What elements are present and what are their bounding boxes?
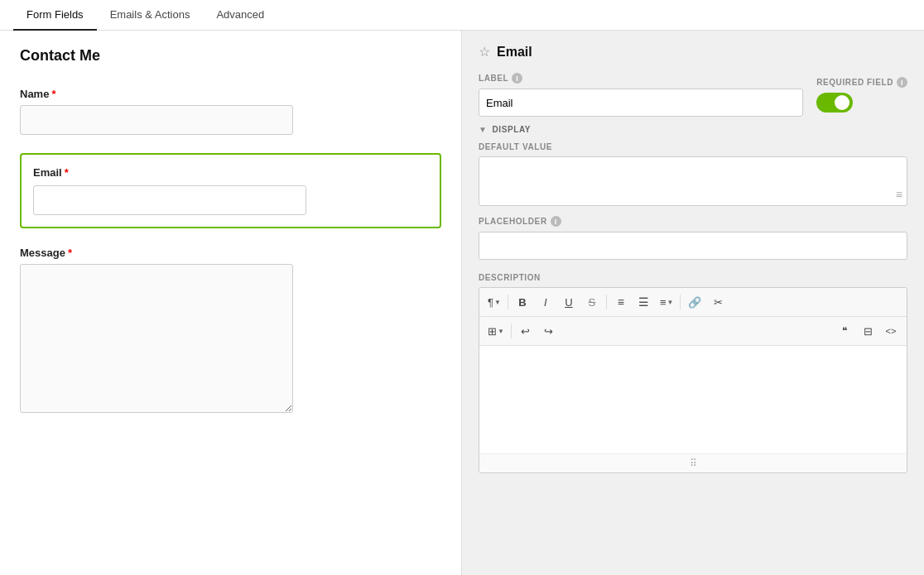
tab-advanced[interactable]: Advanced: [203, 0, 277, 31]
align-icon: ≡: [660, 296, 667, 309]
email-label: Email *: [33, 166, 428, 179]
name-field-group: Name *: [20, 88, 441, 135]
divider3: [680, 295, 681, 309]
ordered-list-icon: ≡: [618, 295, 624, 309]
redo-icon: ↪: [544, 325, 553, 338]
description-label: DESCRIPTION: [479, 273, 907, 282]
default-value-input[interactable]: [479, 156, 907, 206]
message-textarea[interactable]: [20, 264, 293, 413]
display-section-header[interactable]: ▼ DISPLAY: [479, 125, 907, 134]
placeholder-input[interactable]: [479, 232, 907, 260]
link-icon: 🔗: [688, 296, 701, 309]
placeholder-label: PLACEHOLDER i: [479, 216, 907, 227]
label-required-row: LABEL i REQUIRED FIELD i: [479, 73, 907, 117]
required-toggle[interactable]: [816, 93, 853, 113]
divider1: [508, 295, 508, 309]
star-icon: ☆: [479, 44, 490, 60]
paragraph-arrow-icon: ▼: [494, 299, 501, 306]
bold-btn[interactable]: B: [512, 292, 533, 312]
code-btn[interactable]: <>: [880, 321, 902, 341]
quote-btn[interactable]: ❝: [834, 321, 855, 341]
required-col: REQUIRED FIELD i: [816, 77, 907, 113]
redo-btn[interactable]: ↪: [538, 321, 560, 341]
underline-btn[interactable]: U: [558, 292, 580, 312]
label-input[interactable]: [479, 89, 803, 117]
editor-bottom-bar: ⠿: [479, 453, 907, 472]
email-input[interactable]: [33, 185, 306, 215]
message-label: Message *: [20, 247, 441, 259]
paragraph-icon: ¶: [488, 296, 493, 309]
required-field-label: REQUIRED FIELD i: [816, 77, 907, 88]
divider4: [511, 323, 512, 338]
tab-bar: Form Fields Emails & Actions Advanced: [0, 0, 924, 31]
italic-btn[interactable]: I: [535, 292, 556, 312]
undo-btn[interactable]: ↩: [515, 321, 537, 341]
code-icon: <>: [886, 326, 897, 336]
email-field-group: Email *: [20, 153, 441, 228]
strikethrough-btn[interactable]: S: [581, 292, 603, 312]
divider2: [606, 295, 607, 309]
unordered-list-btn[interactable]: ☰: [633, 292, 655, 312]
table-insert-btn[interactable]: ⊞ ▼: [484, 321, 508, 341]
table-arrow-icon: ▼: [498, 328, 504, 335]
quote-icon: ❝: [842, 325, 847, 337]
message-required-star: *: [68, 247, 72, 259]
right-panel: ☆ Email LABEL i REQUIRED FIELD i: [462, 31, 924, 575]
unlink-btn[interactable]: ✂: [707, 292, 729, 312]
label-section-label: LABEL i: [479, 73, 803, 84]
label-col: LABEL i: [479, 73, 803, 117]
description-section: DESCRIPTION ¶ ▼ B I U S: [479, 273, 907, 473]
name-required-star: *: [51, 88, 55, 100]
paragraph-btn[interactable]: ¶ ▼: [484, 292, 504, 312]
grid-icon: ⊟: [864, 325, 873, 338]
default-value-label: DEFAULT VALUE: [479, 142, 907, 151]
link-btn[interactable]: 🔗: [684, 292, 705, 312]
form-title: Contact Me: [20, 47, 441, 65]
required-info-icon: i: [897, 77, 907, 88]
unordered-list-icon: ☰: [638, 295, 649, 309]
display-section: ▼ DISPLAY DEFAULT VALUE ≡ PLACEHOLDER i …: [479, 125, 907, 473]
editor-body[interactable]: [479, 346, 907, 453]
grid-btn[interactable]: ⊟: [857, 321, 878, 341]
resize-handle-icon: ⠿: [690, 458, 697, 469]
placeholder-info-icon: i: [551, 216, 561, 227]
message-field-group: Message *: [20, 247, 441, 415]
toggle-slider: [816, 93, 853, 113]
table-icon: ⊞: [488, 325, 497, 338]
ordered-list-btn[interactable]: ≡: [610, 292, 632, 312]
unlink-icon: ✂: [714, 296, 723, 309]
name-label: Name *: [20, 88, 441, 100]
align-btn[interactable]: ≡ ▼: [657, 292, 677, 312]
editor-toolbar-row1: ¶ ▼ B I U S ≡ ☰: [479, 288, 907, 317]
default-value-area: ≡: [479, 156, 907, 206]
left-panel: Contact Me Name * Email * Message *: [0, 31, 462, 575]
undo-icon: ↩: [521, 325, 530, 338]
tab-emails-actions[interactable]: Emails & Actions: [97, 0, 204, 31]
name-input[interactable]: [20, 105, 293, 135]
align-arrow-icon: ▼: [667, 299, 674, 306]
main-layout: Contact Me Name * Email * Message *: [0, 31, 924, 575]
editor-toolbar-row2: ⊞ ▼ ↩ ↪ ❝: [479, 317, 907, 346]
tab-form-fields[interactable]: Form Fields: [13, 0, 97, 31]
panel-title: Email: [497, 45, 532, 60]
email-required-star: *: [65, 166, 69, 179]
panel-header: ☆ Email: [479, 44, 907, 60]
chevron-down-icon: ▼: [479, 125, 488, 134]
label-info-icon: i: [512, 73, 522, 84]
description-editor: ¶ ▼ B I U S ≡ ☰: [479, 287, 907, 473]
